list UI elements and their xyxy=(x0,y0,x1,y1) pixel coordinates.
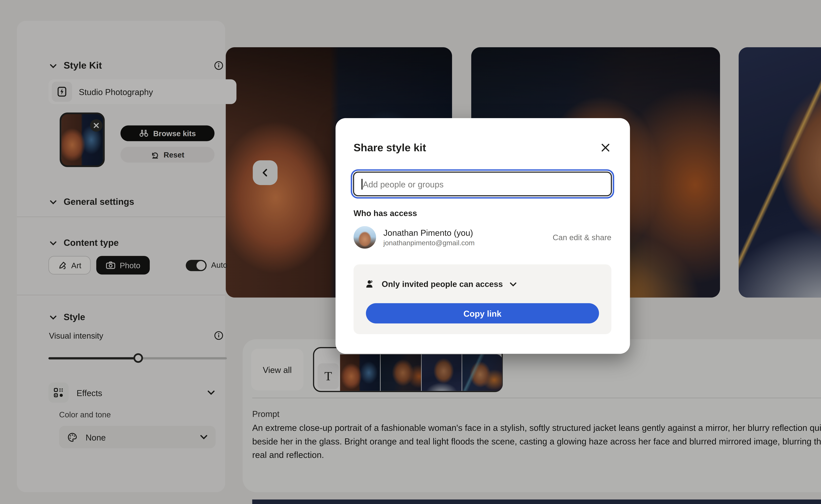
access-setting-label: Only invited people can access xyxy=(382,280,503,289)
chevron-down-icon xyxy=(509,280,517,288)
user-name: Jonathan Pimento (you) xyxy=(383,228,473,237)
user-email: jonathanpimento@gmail.com xyxy=(383,239,475,247)
user-permission: Can edit & share xyxy=(553,233,611,242)
modal-title: Share style kit xyxy=(354,142,426,154)
text-caret xyxy=(361,179,362,189)
copy-link-label: Copy link xyxy=(463,309,501,318)
close-icon[interactable] xyxy=(598,141,612,154)
app-window: Style Kit Studio Photography Browse kits xyxy=(0,0,821,504)
share-style-kit-modal: Share style kit Add people or groups Who… xyxy=(336,118,630,354)
avatar xyxy=(354,226,376,249)
add-people-input[interactable]: Add people or groups xyxy=(353,172,612,196)
link-access-box: Only invited people can access Copy link xyxy=(354,264,611,334)
who-has-access-heading: Who has access xyxy=(354,209,417,218)
access-setting-dropdown[interactable]: Only invited people can access xyxy=(365,279,517,289)
input-placeholder: Add people or groups xyxy=(363,179,444,189)
copy-link-button[interactable]: Copy link xyxy=(366,303,599,323)
person-icon xyxy=(365,279,375,289)
